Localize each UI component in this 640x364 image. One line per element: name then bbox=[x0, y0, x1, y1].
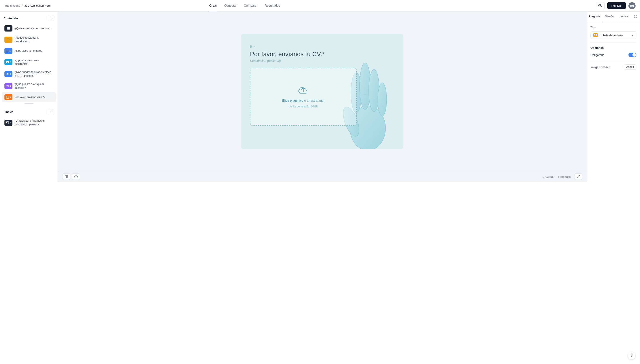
svg-rect-27 bbox=[595, 34, 597, 36]
item-badge-5: 3 bbox=[5, 71, 13, 77]
item-badge-6: 4 bbox=[5, 83, 13, 89]
item-text-1: ¿Quieres trabajar en nuestra... bbox=[15, 27, 51, 30]
sidebar-item-2[interactable]: T1 Puedes descargar la descripción... bbox=[2, 34, 56, 45]
preview-button[interactable] bbox=[596, 2, 605, 9]
svg-rect-10 bbox=[7, 96, 9, 98]
obligatoria-toggle[interactable] bbox=[628, 52, 636, 57]
svg-point-9 bbox=[8, 86, 9, 87]
contenido-header: Contenido + bbox=[0, 12, 58, 23]
breadcrumb-separator: / bbox=[22, 4, 23, 7]
sidebar-item-1[interactable]: ¿Quieres trabajar en nuestra... bbox=[2, 24, 56, 33]
svg-rect-11 bbox=[6, 122, 9, 124]
upload-text: Elige el archivo o arrastra aquí bbox=[282, 99, 324, 102]
obligatoria-row: Obligatoria bbox=[590, 52, 636, 57]
upload-limit: Límite de tamaño: 10MB bbox=[289, 105, 318, 108]
sidebar-item-3[interactable]: 1 ¿Nos dices tu nombre? bbox=[2, 46, 56, 56]
top-nav: Translations / Job Application Form Crea… bbox=[0, 0, 640, 12]
svg-rect-7 bbox=[6, 61, 9, 63]
item-badge-7: 5 bbox=[5, 94, 13, 100]
tab-compartir[interactable]: Compartir bbox=[244, 0, 257, 11]
panel-body: Tipo Subida de archivo ▼ Opciones Obliga… bbox=[587, 22, 640, 76]
layout-toggle-button[interactable] bbox=[62, 174, 70, 180]
form-preview: 5 → Por favor, envíanos tu CV.* Descripc… bbox=[241, 34, 403, 149]
nav-right: Publicar RH bbox=[596, 2, 635, 9]
sidebar-item-4[interactable]: 2 Y, ¿cuál es tu correo electrónico? bbox=[2, 57, 56, 68]
panel-tabs: Pregunta Diseño Lógica bbox=[587, 12, 640, 22]
svg-rect-5 bbox=[6, 51, 9, 51]
svg-rect-1 bbox=[7, 27, 8, 30]
item-badge-3: 1 bbox=[5, 48, 13, 54]
svg-rect-3 bbox=[9, 27, 10, 30]
svg-rect-21 bbox=[66, 177, 68, 178]
type-label: Subida de archivo bbox=[599, 34, 629, 37]
obligatoria-label: Obligatoria bbox=[590, 53, 604, 56]
contenido-title: Contenido bbox=[4, 17, 18, 20]
upload-zone[interactable]: Elige el archivo o arrastra aquí Límite … bbox=[250, 68, 357, 126]
media-row: Imagen o video Añadir bbox=[590, 64, 636, 70]
item-text-6: ¿Qué puesto es el que te interesa? bbox=[15, 82, 53, 90]
type-icon bbox=[593, 33, 598, 37]
question-title: Por favor, envíanos tu CV.* bbox=[250, 50, 394, 58]
svg-rect-25 bbox=[594, 34, 595, 35]
tab-resultados[interactable]: Resultados bbox=[265, 0, 280, 11]
add-contenido-button[interactable]: + bbox=[48, 15, 54, 21]
type-selector[interactable]: Subida de archivo ▼ bbox=[590, 31, 636, 39]
finales-header: Finales + bbox=[0, 105, 58, 117]
item-badge-4: 2 bbox=[5, 59, 13, 65]
canvas-area: 5 → Por favor, envíanos tu CV.* Descripc… bbox=[58, 12, 587, 182]
question-label: 5 → bbox=[250, 45, 394, 48]
add-media-button[interactable]: Añadir bbox=[624, 64, 636, 70]
sidebar-item-final-a[interactable]: A ¡Gracias por enviarnos tu candidatu...… bbox=[2, 117, 56, 128]
tab-conectar[interactable]: Conectar bbox=[224, 0, 237, 11]
breadcrumb-parent[interactable]: Translations bbox=[5, 4, 20, 7]
tab-diseno[interactable]: Diseño bbox=[602, 12, 617, 22]
question-description: Descripción (opcional) bbox=[250, 59, 394, 62]
item-badge-1 bbox=[5, 25, 13, 32]
svg-rect-12 bbox=[6, 122, 7, 124]
avatar: RH bbox=[628, 2, 635, 9]
svg-rect-4 bbox=[6, 50, 9, 50]
sidebar: Contenido + ¿Quieres trabajar en nuestra… bbox=[0, 12, 58, 182]
help-link[interactable]: ¿Ayuda? bbox=[543, 175, 554, 178]
sidebar-item-6[interactable]: 4 ¿Qué puesto es el que te interesa? bbox=[2, 80, 56, 92]
sidebar-item-7[interactable]: 5 Por favor, envíanos tu CV. bbox=[2, 92, 56, 102]
sidebar-item-5[interactable]: 3 ¿Nos puedes facilitar el enlace a tu .… bbox=[2, 68, 56, 80]
svg-point-23 bbox=[76, 176, 76, 176]
canvas-footer: ¿Ayuda? Feedback bbox=[58, 171, 587, 182]
svg-point-0 bbox=[600, 5, 601, 6]
chevron-down-icon: ▼ bbox=[631, 34, 633, 36]
opciones-label: Opciones bbox=[590, 46, 636, 50]
footer-left-buttons bbox=[62, 174, 80, 180]
svg-rect-20 bbox=[66, 175, 68, 177]
publish-button[interactable]: Publicar bbox=[607, 2, 626, 9]
item-text-2: Puedes descargar la descripción... bbox=[15, 36, 53, 44]
breadcrumb-current: Job Application Form bbox=[25, 4, 51, 7]
tab-logica[interactable]: Lógica bbox=[617, 12, 631, 22]
svg-rect-19 bbox=[65, 175, 66, 178]
expand-button[interactable] bbox=[574, 174, 582, 180]
tab-crear[interactable]: Crear bbox=[209, 0, 217, 11]
item-text-4: Y, ¿cuál es tu correo electrónico? bbox=[15, 58, 53, 66]
finales-title: Finales bbox=[4, 110, 14, 114]
question-number: 5 → bbox=[250, 45, 256, 48]
form-preview-inner: 5 → Por favor, envíanos tu CV.* Descripc… bbox=[250, 45, 394, 126]
item-text-5: ¿Nos puedes facilitar el enlace a tu ...… bbox=[15, 70, 53, 78]
main-nav: Crear Conectar Compartir Resultados bbox=[209, 0, 280, 11]
item-badge-2: T1 bbox=[5, 36, 13, 43]
item-badge-final-a: A bbox=[5, 120, 13, 126]
canvas-content: 5 → Por favor, envíanos tu CV.* Descripc… bbox=[58, 12, 587, 171]
panel-settings-icon[interactable] bbox=[631, 12, 640, 22]
upload-icon bbox=[298, 86, 309, 96]
svg-rect-26 bbox=[594, 36, 595, 36]
right-panel: Pregunta Diseño Lógica Tipo bbox=[587, 12, 640, 182]
accessibility-button[interactable] bbox=[72, 174, 80, 180]
scroll-indicator bbox=[0, 102, 58, 105]
add-finales-button[interactable]: + bbox=[48, 109, 54, 115]
tab-pregunta[interactable]: Pregunta bbox=[587, 12, 602, 22]
feedback-link[interactable]: Feedback bbox=[558, 175, 571, 178]
choose-file-link[interactable]: Elige el archivo bbox=[282, 99, 303, 102]
panel-divider-2 bbox=[590, 60, 636, 61]
tipo-label: Tipo bbox=[590, 26, 636, 29]
svg-rect-6 bbox=[6, 52, 8, 52]
svg-rect-2 bbox=[8, 27, 9, 30]
